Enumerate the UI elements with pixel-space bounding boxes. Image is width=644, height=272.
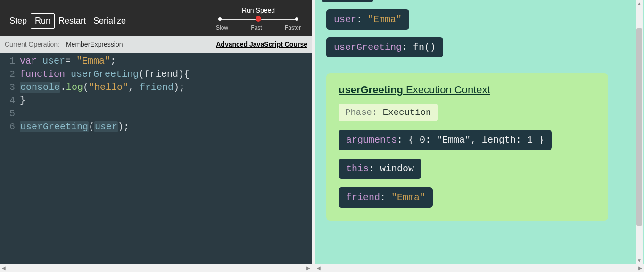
left-horizontal-scrollbar[interactable]: ◀ ▶	[0, 264, 312, 272]
operation-bar: Current Operation: MemberExpression Adva…	[0, 36, 312, 53]
speed-faster-label: Faster	[285, 24, 301, 31]
execution-panel: user: "Emma" userGreeting: fn() userGree…	[315, 0, 644, 264]
code-content: var user= "Emma";function userGreeting(f…	[20, 55, 312, 264]
context-arguments: arguments: { 0: "Emma", length: 1 }	[339, 130, 552, 150]
speed-slow-label: Slow	[216, 24, 228, 31]
toolbar: Step Run Restart Serialize Run Speed Slo…	[0, 0, 312, 36]
right-horizontal-scrollbar[interactable]: ◀ ▶	[315, 264, 644, 272]
line-gutter: 1 2 3 4 5 6	[0, 55, 20, 264]
scroll-down-icon[interactable]: ▼	[636, 257, 643, 264]
speed-fast-label: Fast	[251, 24, 262, 31]
restart-button[interactable]: Restart	[55, 14, 90, 28]
global-var-user: user: "Emma"	[326, 9, 409, 30]
run-speed-slider[interactable]	[220, 15, 297, 24]
course-link[interactable]: Advanced JavaScript Course	[216, 40, 307, 48]
scroll-right-icon[interactable]: ▶	[305, 264, 312, 272]
current-operation-label: Current Operation:	[5, 40, 59, 48]
vertical-scrollbar[interactable]: ▲ ▼	[636, 0, 643, 264]
run-speed-label: Run Speed	[216, 7, 301, 14]
run-speed-control: Run Speed Slow Fast Faster	[216, 7, 301, 31]
scroll-right-icon[interactable]: ▶	[636, 264, 644, 272]
step-button[interactable]: Step	[6, 14, 31, 28]
execution-context: userGreeting Execution Context Phase: Ex…	[326, 73, 608, 221]
run-button[interactable]: Run	[31, 13, 55, 29]
code-editor[interactable]: 1 2 3 4 5 6 var user= "Emma";function us…	[0, 53, 312, 264]
context-title: userGreeting Execution Context	[339, 84, 596, 96]
phase-badge: Phase: Execution	[339, 104, 438, 121]
context-this: this: window	[339, 159, 421, 179]
context-friend: friend: "Emma"	[339, 187, 433, 208]
scroll-left-icon[interactable]: ◀	[315, 264, 322, 272]
current-operation-value: MemberExpression	[66, 40, 123, 48]
global-var-usergreeting: userGreeting: fn()	[326, 37, 443, 57]
scroll-thumb[interactable]	[636, 28, 642, 226]
slider-knob-icon[interactable]	[256, 16, 261, 22]
editor-panel: Step Run Restart Serialize Run Speed Slo…	[0, 0, 312, 264]
scroll-left-icon[interactable]: ◀	[0, 264, 8, 272]
scroll-up-icon[interactable]: ▲	[636, 0, 643, 8]
serialize-button[interactable]: Serialize	[90, 14, 130, 28]
